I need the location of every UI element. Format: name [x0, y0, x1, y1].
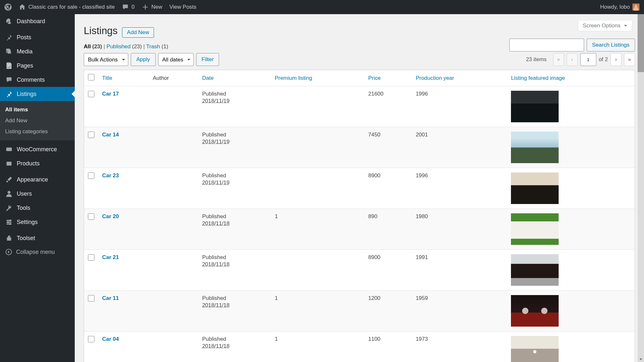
sidebar-item-label: Toolset	[17, 235, 35, 242]
wordpress-icon	[5, 4, 12, 11]
sidebar-subitem-add-new[interactable]: Add New	[0, 115, 75, 126]
site-link[interactable]: Classic cars for sale - classified site	[19, 4, 115, 11]
filter-published-count: (23)	[132, 43, 142, 50]
row-year: 1991	[412, 250, 507, 291]
sidebar-submenu-listings: All items Add New Listing categories	[0, 101, 75, 140]
col-title[interactable]: Title	[98, 70, 149, 86]
row-date: 2018/11/18	[202, 220, 229, 227]
row-checkbox[interactable]	[88, 132, 94, 138]
sidebar-item-label: Tools	[17, 205, 30, 211]
add-new-button[interactable]: Add New	[122, 27, 154, 38]
row-thumbnail[interactable]	[511, 172, 559, 204]
row-title[interactable]: Car 21	[102, 254, 119, 260]
sidebar-item-users[interactable]: Users	[0, 187, 75, 201]
sidebar-item-label: Pages	[17, 62, 33, 69]
row-title[interactable]: Car 17	[102, 91, 119, 97]
row-title[interactable]: Car 20	[102, 213, 119, 219]
row-date: 2018/11/18	[202, 261, 229, 268]
row-year: 1980	[412, 209, 507, 250]
account-link[interactable]: Howdy, lobo	[600, 4, 639, 11]
row-checkbox[interactable]	[88, 91, 94, 97]
greeting: Howdy, lobo	[600, 4, 630, 10]
next-page-button[interactable]: ›	[610, 53, 621, 66]
row-status: Published	[202, 172, 226, 179]
filter-all[interactable]: All	[84, 43, 91, 50]
new-link[interactable]: New	[142, 4, 162, 11]
sidebar-item-pages[interactable]: Pages	[0, 59, 75, 73]
sidebar-item-label: Listings	[17, 91, 36, 97]
date-filter-select[interactable]: All dates	[158, 53, 194, 66]
sidebar-subitem-categories[interactable]: Listing categories	[0, 126, 75, 137]
comments-link[interactable]: 0	[122, 4, 134, 11]
sidebar-item-woocommerce[interactable]: WooCommerce	[0, 142, 75, 156]
sidebar-item-posts[interactable]: Posts	[0, 30, 75, 44]
comment-icon	[122, 4, 129, 11]
row-price: 1200	[364, 291, 412, 331]
sidebar-subitem-all-items[interactable]: All items	[0, 104, 75, 115]
select-all-checkbox[interactable]	[88, 74, 94, 80]
view-posts-link[interactable]: View Posts	[169, 4, 197, 10]
pin-icon	[5, 33, 13, 41]
scrollbar-thumb[interactable]	[638, 14, 644, 72]
row-price: 8900	[364, 168, 412, 209]
prev-page-button[interactable]: ‹	[567, 53, 578, 66]
filter-published[interactable]: Published	[107, 43, 131, 50]
sidebar-item-dashboard[interactable]: Dashboard	[0, 14, 75, 28]
avatar	[632, 4, 639, 11]
row-thumbnail[interactable]	[511, 213, 559, 245]
wp-logo[interactable]	[5, 4, 12, 11]
sidebar-item-media[interactable]: Media	[0, 44, 75, 59]
sidebar-item-settings[interactable]: Settings	[0, 215, 75, 229]
col-image[interactable]: Listing featured image	[507, 70, 635, 86]
apply-button[interactable]: Apply	[131, 53, 156, 66]
scroll-down-icon[interactable]	[638, 356, 644, 362]
collapse-menu[interactable]: Collapse menu	[0, 245, 75, 259]
sidebar-item-tools[interactable]: Tools	[0, 201, 75, 215]
row-year: 1996	[412, 86, 507, 127]
row-title[interactable]: Car 04	[102, 336, 119, 342]
dashboard-icon	[5, 17, 13, 25]
row-checkbox[interactable]	[88, 213, 94, 220]
row-title[interactable]: Car 14	[102, 132, 119, 138]
row-thumbnail[interactable]	[511, 254, 559, 286]
last-page-button[interactable]: »	[624, 53, 635, 66]
sidebar-item-appearance[interactable]: Appearance	[0, 172, 75, 187]
sidebar-item-products[interactable]: Products	[0, 156, 75, 171]
users-icon	[5, 190, 13, 198]
row-checkbox[interactable]	[88, 336, 94, 342]
current-page-input[interactable]	[580, 53, 596, 66]
row-title[interactable]: Car 23	[102, 172, 119, 179]
col-date[interactable]: Date	[198, 70, 271, 86]
row-premium: 1	[271, 209, 364, 250]
col-price[interactable]: Price	[364, 70, 412, 86]
row-date: 2018/11/19	[202, 98, 229, 104]
sidebar-item-comments[interactable]: Comments	[0, 73, 75, 87]
row-checkbox[interactable]	[88, 295, 94, 302]
row-thumbnail[interactable]	[511, 91, 559, 122]
row-thumbnail[interactable]	[511, 132, 559, 163]
sidebar-item-toolset[interactable]: Toolset	[0, 231, 75, 245]
row-checkbox[interactable]	[88, 254, 94, 261]
bulk-actions-select[interactable]: Bulk Actions	[84, 53, 128, 66]
sidebar-item-label: Users	[17, 190, 32, 197]
row-thumbnail[interactable]	[511, 295, 559, 327]
comment-icon	[5, 76, 13, 84]
col-year[interactable]: Production year	[412, 70, 507, 86]
search-input[interactable]	[509, 39, 584, 51]
view-posts-label: View Posts	[169, 4, 197, 10]
row-thumbnail[interactable]	[511, 336, 559, 362]
settings-icon	[5, 218, 13, 226]
row-checkbox[interactable]	[88, 172, 94, 179]
screen-options-toggle[interactable]: Screen Options	[578, 21, 632, 31]
row-title[interactable]: Car 11	[102, 295, 119, 301]
row-price: 890	[364, 209, 412, 250]
scrollbar[interactable]	[638, 14, 644, 362]
row-price: 7450	[364, 127, 412, 168]
filter-trash[interactable]: Trash	[146, 43, 160, 50]
first-page-button[interactable]: «	[553, 53, 564, 66]
filter-button[interactable]: Filter	[196, 53, 219, 66]
sidebar-item-listings[interactable]: Listings	[0, 87, 75, 101]
search-button[interactable]: Search Listings	[587, 39, 635, 51]
col-premium[interactable]: Premium listing	[271, 70, 364, 86]
row-status: Published	[202, 91, 226, 97]
